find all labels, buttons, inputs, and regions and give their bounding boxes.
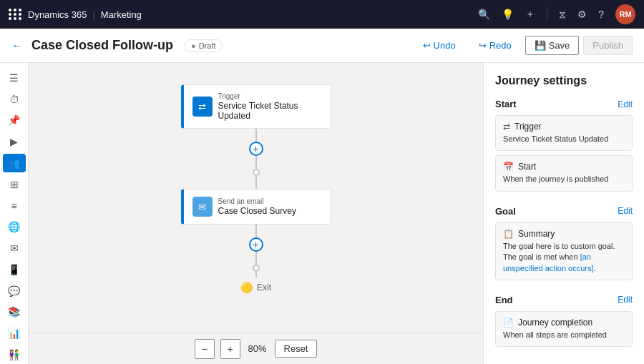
goal-action-link[interactable]: [an unspecified action occurs] <box>503 252 594 272</box>
filter-icon[interactable]: ⧖ <box>559 9 566 21</box>
save-button[interactable]: 💾 Save <box>525 36 580 55</box>
settings-icon[interactable]: ⚙ <box>577 9 587 20</box>
connector-line-1 <box>255 129 257 142</box>
connector-circle-1 <box>253 169 260 176</box>
add-node-button-1[interactable]: + <box>249 142 263 156</box>
start-section-title: Start <box>495 99 517 109</box>
end-card[interactable]: 📄 Journey completion When all steps are … <box>495 311 633 347</box>
zoom-in-button[interactable]: + <box>220 339 240 359</box>
goal-card-text: The goal here is to custom goal. The goa… <box>503 241 625 274</box>
trigger-card-label: Trigger <box>514 122 542 132</box>
top-nav-icons: 🔍 💡 ＋ ⧖ ⚙ ? RM <box>478 4 635 24</box>
goal-card-header: 📋 Summary <box>503 229 625 239</box>
end-section-header: End Edit <box>495 295 633 305</box>
end-edit-link[interactable]: Edit <box>618 295 633 305</box>
goal-section-header: Goal Edit <box>495 206 633 217</box>
main-layout: ☰ ⏱ 📌 ▶ 👥 ⊞ ≡ 🌐 ✉ 📱 💬 📚 📊 👫 ⇄ Trigger Se… <box>0 63 644 364</box>
sidebar-item-pin[interactable]: 📌 <box>3 112 26 130</box>
lightbulb-icon[interactable]: 💡 <box>502 9 514 20</box>
sidebar-item-book[interactable]: 📚 <box>3 303 26 322</box>
trigger-node-label: Trigger <box>218 92 322 100</box>
end-section: End Edit 📄 Journey completion When all s… <box>495 295 633 347</box>
end-card-value: When all steps are completed <box>503 330 625 340</box>
trigger-card[interactable]: ⇄ Trigger Service Ticket Status Updated <box>495 115 633 151</box>
start-edit-link[interactable]: Edit <box>618 99 633 109</box>
connector-2: + <box>249 225 263 277</box>
app-dots-icon[interactable] <box>9 9 22 20</box>
trigger-node[interactable]: ⇄ Trigger Service Ticket Status Updated <box>181 84 331 129</box>
end-section-title: End <box>495 295 513 305</box>
canvas: ⇄ Trigger Service Ticket Status Updated … <box>29 63 483 364</box>
zoom-reset-button[interactable]: Reset <box>275 340 318 358</box>
trigger-card-icon: ⇄ <box>503 122 510 132</box>
sidebar-item-recent[interactable]: ⏱ <box>3 90 26 109</box>
start-section: Start Edit ⇄ Trigger Service Ticket Stat… <box>495 99 633 192</box>
goal-section: Goal Edit 📋 Summary The goal here is to … <box>495 206 633 280</box>
connector-circle-2 <box>253 265 260 272</box>
sidebar-item-list[interactable]: ≡ <box>3 197 26 215</box>
left-sidebar: ☰ ⏱ 📌 ▶ 👥 ⊞ ≡ 🌐 ✉ 📱 💬 📚 📊 👫 <box>0 63 29 364</box>
sidebar-item-chat[interactable]: 💬 <box>3 282 26 300</box>
email-node-title: Case Closed Survey <box>218 206 296 216</box>
start-card[interactable]: 📅 Start When the journey is published <box>495 155 633 191</box>
exit-flag-icon: 🟡 <box>240 282 253 293</box>
top-nav: Dynamics 365 | Marketing 🔍 💡 ＋ ⧖ ⚙ ? RM <box>0 0 644 29</box>
redo-button[interactable]: ↪ Redo <box>469 36 521 55</box>
connector-line-4 <box>255 225 257 237</box>
panel-title: Journey settings <box>495 74 633 87</box>
email-node-icon: ✉ <box>192 197 213 217</box>
toolbar-actions: ↩ Undo ↪ Redo 💾 Save Publish <box>414 36 633 55</box>
sidebar-item-people2[interactable]: 👫 <box>3 345 26 364</box>
email-node-text: Send an email Case Closed Survey <box>218 197 296 216</box>
plus-icon[interactable]: ＋ <box>525 8 535 21</box>
connector-line-2 <box>255 156 257 169</box>
publish-button[interactable]: Publish <box>583 36 633 55</box>
add-node-button-2[interactable]: + <box>249 237 263 252</box>
start-card-value: When the journey is published <box>503 174 625 185</box>
email-node-label: Send an email <box>218 197 296 205</box>
status-badge: ● Draft <box>185 39 223 52</box>
sidebar-item-mobile[interactable]: 📱 <box>3 260 26 279</box>
sidebar-item-menu[interactable]: ☰ <box>3 69 26 87</box>
connector-line-6 <box>255 272 257 277</box>
sidebar-item-chart[interactable]: 📊 <box>3 324 26 343</box>
connector-line-5 <box>255 252 257 265</box>
start-card-label: Start <box>518 162 536 172</box>
canvas-content: ⇄ Trigger Service Ticket Status Updated … <box>29 63 483 333</box>
trigger-card-value: Service Ticket Status Updated <box>503 134 625 144</box>
undo-icon: ↩ <box>423 40 431 51</box>
goal-section-title: Goal <box>495 206 516 217</box>
sidebar-item-globe[interactable]: 🌐 <box>3 217 26 236</box>
exit-node: 🟡 Exit <box>240 282 271 293</box>
sidebar-item-mail[interactable]: ✉ <box>3 239 26 257</box>
trigger-card-header: ⇄ Trigger <box>503 122 625 132</box>
help-icon[interactable]: ? <box>598 9 604 20</box>
redo-icon: ↪ <box>479 40 487 51</box>
zoom-out-button[interactable]: − <box>195 339 215 359</box>
sidebar-item-people[interactable]: 👥 <box>3 154 26 172</box>
end-card-label: Journey completion <box>518 318 592 328</box>
goal-card[interactable]: 📋 Summary The goal here is to custom goa… <box>495 222 633 280</box>
trigger-node-title: Service Ticket Status Updated <box>218 101 322 121</box>
email-node[interactable]: ✉ Send an email Case Closed Survey ⋯ <box>181 189 331 225</box>
end-card-icon: 📄 <box>503 318 514 328</box>
connector-line-3 <box>255 176 257 189</box>
draft-dot: ● <box>191 41 196 50</box>
save-icon: 💾 <box>535 40 546 51</box>
sidebar-item-play[interactable]: ▶ <box>3 132 26 151</box>
exit-label: Exit <box>257 282 271 292</box>
back-button[interactable]: ← <box>11 39 23 52</box>
canvas-bottom-toolbar: − + 80% Reset <box>29 333 483 364</box>
undo-button[interactable]: ↩ Undo <box>414 36 465 55</box>
trigger-node-text: Trigger Service Ticket Status Updated <box>218 92 322 121</box>
trigger-node-icon: ⇄ <box>192 97 213 117</box>
goal-card-label: Summary <box>518 229 555 239</box>
goal-edit-link[interactable]: Edit <box>618 206 633 216</box>
avatar[interactable]: RM <box>615 4 635 24</box>
start-card-icon: 📅 <box>503 162 514 172</box>
sidebar-item-grid[interactable]: ⊞ <box>3 175 26 194</box>
search-icon[interactable]: 🔍 <box>478 9 490 20</box>
journey-settings-panel: Journey settings Start Edit ⇄ Trigger Se… <box>483 63 644 364</box>
connector-1: + <box>249 129 263 189</box>
start-section-header: Start Edit <box>495 99 633 109</box>
